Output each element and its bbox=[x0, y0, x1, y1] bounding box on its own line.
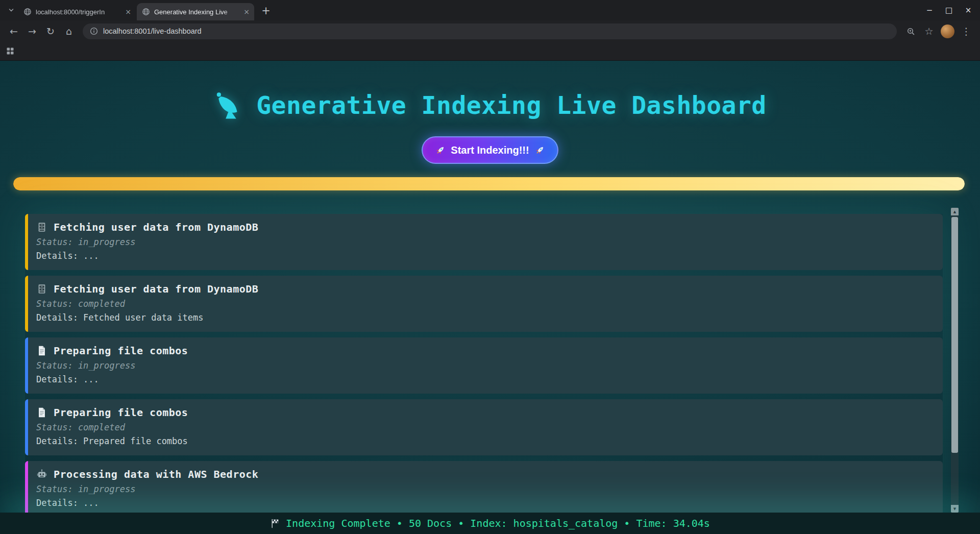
lens-icon bbox=[906, 27, 915, 36]
event-card: Processing data with AWS Bedrock Status:… bbox=[25, 461, 943, 513]
profile-avatar[interactable] bbox=[941, 25, 954, 38]
tab-title: Generative Indexing Live bbox=[154, 8, 238, 16]
page-title: Generative Indexing Live Dashboard bbox=[256, 91, 767, 119]
chevron-down-icon bbox=[8, 7, 14, 13]
event-card: Fetching user data from DynamoDB Status:… bbox=[25, 276, 943, 332]
events-scrollbar[interactable]: ▲ ▼ bbox=[951, 208, 959, 513]
event-details: Details: ... bbox=[36, 498, 933, 508]
event-card: Preparing file combos Status: completed … bbox=[25, 399, 943, 455]
document-icon bbox=[36, 407, 47, 418]
globe-icon bbox=[142, 8, 150, 16]
event-status: Status: in_progress bbox=[36, 360, 933, 371]
globe-icon bbox=[23, 8, 32, 16]
scroll-up-arrow[interactable]: ▲ bbox=[951, 208, 959, 215]
page-header: Generative Indexing Live Dashboard bbox=[0, 61, 980, 120]
rocket-icon bbox=[435, 145, 446, 156]
cabinet-icon bbox=[36, 283, 47, 295]
status-bar-text: Indexing Complete • 50 Docs • Index: hos… bbox=[286, 517, 710, 529]
event-status: Status: completed bbox=[36, 299, 933, 309]
event-title: Processing data with AWS Bedrock bbox=[54, 468, 258, 480]
rocket-icon bbox=[534, 145, 545, 156]
scrollbar-thumb[interactable] bbox=[951, 217, 958, 453]
cabinet-icon bbox=[36, 222, 47, 233]
info-icon[interactable] bbox=[90, 27, 98, 35]
event-details: Details: ... bbox=[36, 251, 933, 261]
tab-strip: localhost:8000/triggerIn × Generative In… bbox=[0, 0, 980, 20]
checkered-flag-icon bbox=[270, 518, 281, 529]
progress-bar bbox=[13, 177, 965, 190]
live-dashboard-page: Generative Indexing Live Dashboard Start… bbox=[0, 61, 980, 534]
bookmark-star-button[interactable]: ☆ bbox=[920, 22, 938, 40]
forward-button[interactable]: → bbox=[23, 22, 41, 40]
minimize-button[interactable]: − bbox=[920, 0, 939, 20]
zoom-lens-button[interactable] bbox=[902, 22, 919, 40]
satellite-dish-icon bbox=[213, 90, 243, 120]
url-text: localhost:8001/live-dashboard bbox=[103, 27, 202, 35]
scroll-down-arrow[interactable]: ▼ bbox=[951, 505, 959, 513]
browser-toolbar: ← → ↻ ⌂ localhost:8001/live-dashboard ☆ … bbox=[0, 20, 980, 42]
back-button[interactable]: ← bbox=[5, 22, 22, 40]
bookmarks-bar bbox=[0, 42, 980, 61]
status-bar: Indexing Complete • 50 Docs • Index: hos… bbox=[0, 513, 980, 534]
tab-title: localhost:8000/triggerIn bbox=[36, 8, 119, 16]
start-indexing-button[interactable]: Start Indexing!!! bbox=[422, 136, 558, 164]
tab-close-icon[interactable]: × bbox=[124, 7, 133, 16]
event-title: Preparing file combos bbox=[54, 345, 188, 357]
event-details: Details: ... bbox=[36, 374, 933, 384]
event-card: Preparing file combos Status: in_progres… bbox=[25, 337, 943, 394]
tab-live-dashboard[interactable]: Generative Indexing Live × bbox=[137, 3, 254, 20]
event-title: Fetching user data from DynamoDB bbox=[54, 221, 258, 233]
new-tab-button[interactable]: + bbox=[258, 3, 274, 18]
browser-menu-button[interactable]: ⋮ bbox=[958, 22, 975, 40]
event-status: Status: in_progress bbox=[36, 484, 933, 494]
home-button[interactable]: ⌂ bbox=[60, 22, 78, 40]
reload-button[interactable]: ↻ bbox=[42, 22, 59, 40]
tab-trigger-indexing[interactable]: localhost:8000/triggerIn × bbox=[18, 3, 136, 20]
apps-grid-icon[interactable] bbox=[6, 47, 14, 55]
event-card: Fetching user data from DynamoDB Status:… bbox=[25, 214, 943, 270]
window-controls: − □ × bbox=[920, 0, 978, 20]
close-button[interactable]: × bbox=[959, 0, 978, 20]
event-status: Status: completed bbox=[36, 422, 933, 432]
document-icon bbox=[36, 345, 47, 356]
events-list: Fetching user data from DynamoDB Status:… bbox=[25, 214, 943, 513]
maximize-button[interactable]: □ bbox=[939, 0, 959, 20]
event-details: Details: Fetched user data items bbox=[36, 312, 933, 323]
start-indexing-label: Start Indexing!!! bbox=[451, 144, 529, 156]
event-title: Fetching user data from DynamoDB bbox=[54, 283, 258, 295]
event-title: Preparing file combos bbox=[54, 406, 188, 419]
progress-fill bbox=[13, 177, 965, 190]
tab-close-icon[interactable]: × bbox=[242, 7, 251, 16]
tab-search-button[interactable] bbox=[4, 0, 18, 20]
address-bar[interactable]: localhost:8001/live-dashboard bbox=[83, 23, 897, 39]
robot-icon bbox=[36, 469, 47, 480]
event-status: Status: in_progress bbox=[36, 237, 933, 247]
event-details: Details: Prepared file combos bbox=[36, 436, 933, 446]
